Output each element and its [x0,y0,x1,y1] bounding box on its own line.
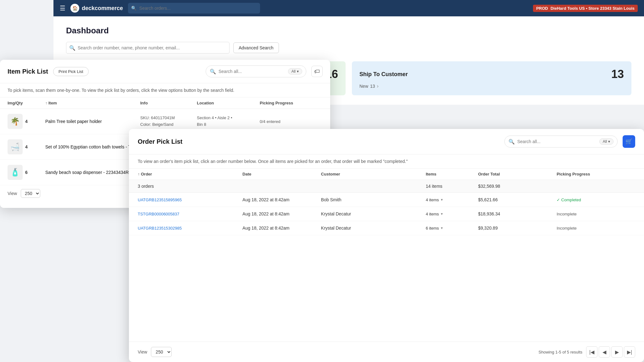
order-customer: Krystal Decatur [321,226,426,231]
order-link[interactable]: TSTGRB00006005837 [138,212,242,216]
order-total: $18,936.34 [478,211,557,216]
ipl-table-header: Img/Qty ↑ Item Info Location Picking Pro… [0,97,330,109]
order-total: $9,320.89 [478,226,557,231]
order-date: Aug 18, 2022 at 8:42am [242,197,321,202]
card-customer-arrow[interactable]: › [377,83,379,89]
menu-icon[interactable]: ☰ [60,4,65,12]
card-customer-sub: New 13 › [359,83,624,89]
ipl-search-icon: 🔍 [210,69,216,75]
nav-search-input[interactable] [128,3,260,14]
items-chevron-icon[interactable]: ▾ [441,226,443,230]
opl-view-select[interactable]: 250 100 50 [151,347,172,357]
store-badge-label: PROD [536,6,548,11]
print-picklist-button[interactable]: Print Pick List [53,67,89,76]
logo-icon: 🏠 [70,4,79,13]
qty-badge: 4 [25,144,28,149]
last-page-button[interactable]: ▶| [624,346,635,358]
item-image: 🧴 [8,165,23,180]
opl-cart-button[interactable]: 🛒 [623,135,635,148]
img-qty-cell: 🧴 6 [8,165,45,180]
dashboard-search-input[interactable] [66,42,230,54]
nav-logo: 🏠 deckcommerce [70,4,123,13]
order-picklist-panel: Order Pick List 🔍 All ▾ 🛒 To view an ord… [129,129,644,362]
table-row: UATGRB123515895965 Aug 18, 2022 at 8:42a… [129,193,644,207]
order-date: Aug 18, 2022 at 8:42am [242,226,321,231]
card-ship-to-customer: Ship To Customer 13 New 13 › [352,61,631,95]
item-name: Palm Tree toilet paper holder [45,119,140,124]
opl-header: Order Pick List 🔍 All ▾ 🛒 [129,129,644,154]
opl-footer: View 250 100 50 Showing 1-5 of 5 results… [129,342,644,362]
items-cell: 6 items ▾ [426,226,478,231]
col-order: ↑ Order [138,172,242,176]
nav-search-icon: 🔍 [131,6,136,11]
summary-label: 3 orders [138,184,242,189]
progress-cell: 0/4 entered [260,119,323,124]
col-items: Items [426,172,478,176]
items-cell: 4 items ▾ [426,212,478,216]
col-date: Date [242,172,321,176]
logo-text: deckcommerce [82,5,123,12]
dashboard-search-wrap: 🔍 [66,42,230,54]
summary-items: 14 items [426,184,478,189]
card-customer-title: Ship To Customer [359,71,408,78]
qty-badge: 4 [25,119,28,124]
store-info: DieHard Tools US • Store 23343 Stain Lou… [551,6,635,11]
qty-badge: 6 [25,170,28,175]
ipl-tag-button[interactable]: 🏷 [311,66,323,77]
pagination-buttons: |◀ ◀ ▶ ▶| [586,346,635,358]
view-label: View [8,191,17,196]
order-date: Aug 18, 2022 at 8:42am [242,211,321,216]
location-cell: Section 4 • Aisle 2 • Bin 8 [197,115,260,128]
opl-search-icon: 🔍 [508,139,515,145]
opl-search-input[interactable] [517,139,597,144]
opl-filter-chevron-icon: ▾ [608,139,610,144]
first-page-button[interactable]: |◀ [586,346,597,358]
ipl-search-wrap: 🔍 All ▾ [206,65,306,77]
ipl-title: Item Pick List [8,68,48,75]
order-customer: Krystal Decatur [321,211,426,216]
opl-description: To view an order's item pick list, click… [129,154,644,169]
next-page-button[interactable]: ▶ [611,346,623,358]
filter-chevron-icon: ▾ [297,69,299,74]
ipl-description: To pick items, scan them one-by-one. To … [0,83,330,97]
order-customer: Bob Smith [321,197,426,202]
order-total: $5,621.66 [478,197,557,202]
status-badge: ✓ Completed [557,198,635,202]
opl-table-header: ↑ Order Date Customer Items Order Total … [129,169,644,180]
prev-page-button[interactable]: ◀ [599,346,610,358]
nav-search-wrap: 🔍 [128,3,260,14]
ipl-filter-badge[interactable]: All ▾ [288,68,302,75]
opl-filter-badge[interactable]: All ▾ [599,138,613,145]
opl-search-wrap: 🔍 All ▾ [504,136,618,148]
dashboard-search-icon: 🔍 [69,45,75,51]
col-img-qty: Img/Qty [8,101,45,105]
status-badge: Incomplete [557,226,635,231]
sort-icon: ↑ [138,172,140,176]
item-image: 🛁 [8,139,23,154]
sort-arrow-icon: ↑ [45,101,47,105]
col-item: ↑ Item [45,101,140,105]
ipl-header: Item Pick List Print Pick List 🔍 All ▾ 🏷 [0,60,330,83]
advanced-search-button[interactable]: Advanced Search [233,42,279,53]
nav-store-badge: PROD DieHard Tools US • Store 23343 Stai… [533,5,638,12]
view-select[interactable]: 250 100 50 [21,189,40,198]
top-navigation: ☰ 🏠 deckcommerce 🔍 PROD DieHard Tools US… [53,0,644,16]
col-progress: Picking Progress [260,101,323,105]
img-qty-cell: 🌴 4 [8,114,45,129]
dashboard-search-row: 🔍 Advanced Search [66,42,631,54]
order-link[interactable]: UATGRB123515895965 [138,198,242,202]
ipl-search-input[interactable] [219,69,286,74]
item-image: 🌴 [8,114,23,129]
item-name: Sandy beach soap dispenser - 22343434RKF… [45,170,140,175]
items-chevron-icon[interactable]: ▾ [441,212,443,216]
dashboard-title: Dashboard [66,26,631,36]
col-total: Order Total [478,172,557,176]
status-badge: Incomplete [557,212,635,216]
item-name: Set of 100% Egyptian cotton bath towels … [45,144,140,149]
col-location: Location [197,101,260,105]
opl-title: Order Pick List [138,138,182,145]
order-link[interactable]: UATGRB123515302985 [138,226,242,231]
summary-total: $32,569.98 [478,184,557,189]
img-qty-cell: 🛁 4 [8,139,45,154]
items-chevron-icon[interactable]: ▾ [441,198,443,202]
